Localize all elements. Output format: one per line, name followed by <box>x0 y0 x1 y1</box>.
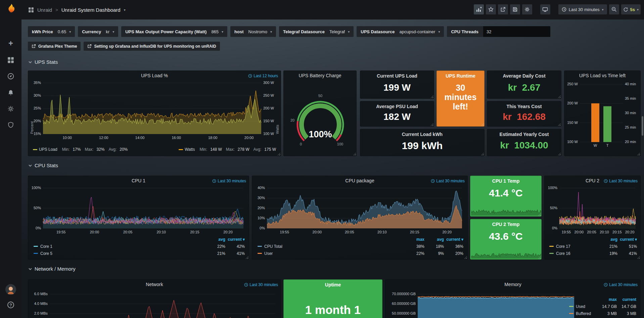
panel-resize-handle[interactable] <box>557 95 561 98</box>
variable-value: apcupsd-container <box>399 29 435 34</box>
variable-kwh-price[interactable]: kWh Price 0.65 ▾ <box>28 26 75 37</box>
legend-series[interactable]: UPS LoadMin:17%Max:32%Avg:20% <box>33 147 128 152</box>
panel-resize-handle[interactable] <box>464 256 467 259</box>
chevron-down-icon <box>28 164 32 168</box>
legend-series[interactable]: CPU Total <box>258 244 405 249</box>
panel-current-load-kwh: Current Load kWh 199 kWh <box>360 129 485 156</box>
legend-series[interactable]: Core 5 <box>34 251 206 256</box>
legend-column-header[interactable]: max <box>597 297 617 302</box>
dashboard-settings-button[interactable] <box>522 4 532 14</box>
panel-resize-handle[interactable] <box>430 95 433 98</box>
panel-title[interactable]: UPS Load vs Time left <box>566 73 638 78</box>
sidebar-alerting-button[interactable] <box>7 89 15 97</box>
panel-title[interactable]: Uptime <box>285 282 381 287</box>
legend-column-header[interactable]: avg <box>598 237 617 242</box>
link-grafana-plex-theme[interactable]: Grafana Plex Theme <box>28 42 81 51</box>
panel-resize-handle[interactable] <box>557 123 561 126</box>
star-dashboard-button[interactable] <box>486 4 496 14</box>
axis-tick-label: 50% <box>550 206 557 210</box>
sidebar-create-button[interactable]: + <box>7 39 15 47</box>
panel-resize-handle[interactable] <box>637 256 640 259</box>
panel-title[interactable]: CPU 2 Temp <box>472 222 540 227</box>
sidebar-user-avatar[interactable] <box>5 284 16 295</box>
share-dashboard-button[interactable] <box>498 4 508 14</box>
panel-resize-handle[interactable] <box>480 123 484 126</box>
panel-title[interactable]: CPU 1 Temp <box>472 178 540 184</box>
panel-resize-handle[interactable] <box>557 152 561 155</box>
chevron-down-icon[interactable]: ▾ <box>124 8 126 12</box>
row-header-network-memory[interactable]: Network / Memory <box>28 266 76 272</box>
axis-tick-label: 20:20 <box>622 230 638 234</box>
panel-title[interactable]: Average PSU Load <box>362 104 432 109</box>
sidebar-help-button[interactable]: ? <box>7 301 15 309</box>
variable-ups-datasource[interactable]: UPS Datasource apcupsd-container ▾ <box>357 26 444 37</box>
legend-series[interactable]: User <box>258 251 405 256</box>
refresh-picker[interactable]: 5s ▾ <box>621 4 641 14</box>
legend-series[interactable]: WattsMin:148 WMax:278 WAvg:175 W <box>179 147 276 152</box>
panel-cpu-package: CPU package Last 30 minutes 40%30%20%10%… <box>252 176 468 260</box>
cycle-view-mode-button[interactable] <box>540 4 550 14</box>
add-panel-button[interactable] <box>474 4 484 14</box>
panel-title[interactable]: Network <box>38 282 271 287</box>
panel-resize-handle[interactable] <box>245 256 248 259</box>
legend-series[interactable]: Used <box>569 304 597 309</box>
legend-column-header[interactable]: avg <box>206 237 225 242</box>
flame-icon <box>5 3 17 15</box>
panel-time-override: Last 30 minutes <box>212 179 246 183</box>
variable-host[interactable]: host Nostromo ▾ <box>230 26 276 37</box>
panel-title[interactable]: CPU 1 <box>38 178 239 183</box>
y-axis-label: Watts <box>275 83 279 134</box>
axis-tick-label: 200 W <box>263 106 274 110</box>
legend-series[interactable]: Core 17 <box>549 244 598 249</box>
chevron-down-icon <box>28 60 32 64</box>
refresh-icon <box>623 7 628 12</box>
plus-icon: + <box>8 40 13 47</box>
legend-column-header[interactable]: current ▾ <box>225 237 245 242</box>
panel-title[interactable]: Estimated Yearly Cost <box>489 132 560 137</box>
grafana-logo-icon[interactable] <box>4 3 17 15</box>
dashboard-scrollbar-thumb[interactable] <box>642 116 643 136</box>
sidebar-configuration-button[interactable] <box>7 105 15 113</box>
panel-title[interactable]: Average Daily Cost <box>489 73 560 79</box>
axis-tick-label: 20:10 <box>153 230 169 234</box>
legend-column-header[interactable]: current <box>617 297 636 302</box>
breadcrumb-app[interactable]: Unraid <box>37 7 52 13</box>
variable-ups-max-output[interactable]: UPS Max Output Power Capacity (Watt) 865… <box>121 26 227 37</box>
panel-title[interactable]: Memory <box>396 282 630 287</box>
legend-column-header[interactable]: max <box>405 237 424 242</box>
panel-title[interactable]: Current UPS Load <box>362 73 432 79</box>
sidebar-dashboards-button[interactable] <box>7 56 15 64</box>
legend-column-header[interactable]: current ▾ <box>444 237 463 242</box>
breadcrumb-dashboard-title[interactable]: Unraid System Dashboard <box>61 7 121 13</box>
legend-column-header[interactable]: avg <box>424 237 444 242</box>
save-dashboard-button[interactable] <box>510 4 520 14</box>
legend-series[interactable]: Buffered <box>569 311 597 316</box>
legend-column-header[interactable]: current ▾ <box>617 237 637 242</box>
panel-resize-handle[interactable] <box>637 152 640 155</box>
panel-title[interactable]: This Years Cost <box>489 104 560 109</box>
cpu-threads-input[interactable] <box>483 26 550 37</box>
row-header-ups-stats[interactable]: UPS Stats <box>28 59 58 65</box>
variable-currency[interactable]: Currency kr ▾ <box>78 26 118 37</box>
panel-resize-handle[interactable] <box>277 152 280 155</box>
sidebar-explore-button[interactable] <box>7 72 15 80</box>
legend-series[interactable]: Core 1 <box>34 244 206 249</box>
link-ups-monitoring-guide[interactable]: Setting up Grafana and InfluxDB for UPS … <box>84 42 220 51</box>
panel-resize-handle[interactable] <box>353 152 356 155</box>
time-range-picker[interactable]: Last 30 minutes ▾ <box>558 4 607 14</box>
panel-resize-handle[interactable] <box>480 152 484 155</box>
panel-resize-handle[interactable] <box>430 123 433 126</box>
panel-title[interactable]: CPU package <box>262 178 457 183</box>
panel-title[interactable]: Current Load kWh <box>362 132 483 137</box>
panel-title[interactable]: UPS Runtime <box>438 73 483 79</box>
stat-value: 41.4 °C <box>470 187 541 199</box>
chevron-down-icon: ▾ <box>602 8 603 11</box>
panel-title[interactable]: UPS Load % <box>38 73 271 78</box>
cpu2-legend: avgcurrent ▾Core 1721%51%Core 1619%41% <box>549 236 637 257</box>
sidebar-server-admin-button[interactable] <box>7 121 15 129</box>
variable-telegraf-datasource[interactable]: Telegraf Datasource Telegraf ▾ <box>279 26 354 37</box>
panel-title[interactable]: UPS Battery Charge <box>286 73 354 78</box>
row-header-cpu-stats[interactable]: CPU Stats <box>28 163 58 168</box>
zoom-out-time-button[interactable] <box>609 4 619 14</box>
legend-series[interactable]: Core 16 <box>549 251 598 256</box>
